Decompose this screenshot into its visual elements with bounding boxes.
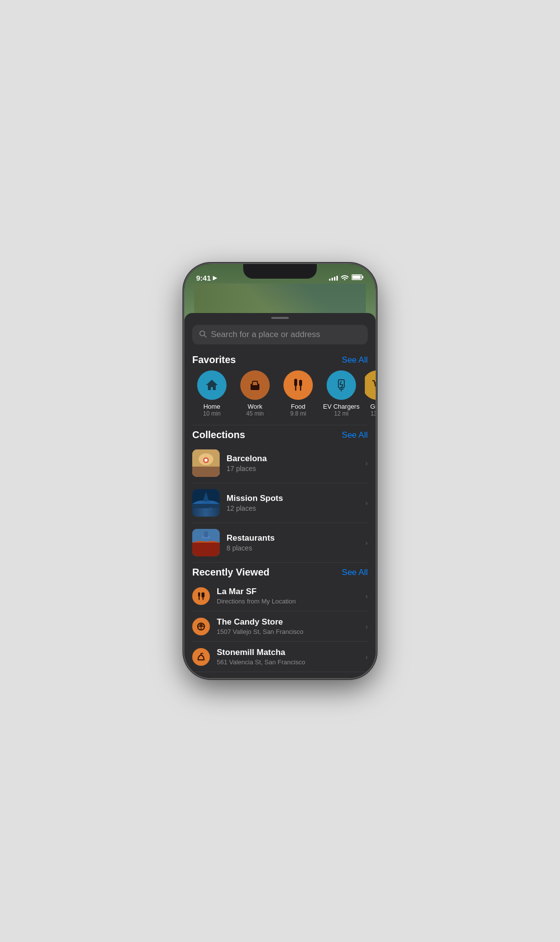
wifi-icon xyxy=(341,274,349,282)
barcelona-chevron-icon: › xyxy=(365,459,368,467)
favorites-see-all[interactable]: See All xyxy=(342,355,368,365)
work-subtitle: 45 min xyxy=(246,410,264,417)
svg-rect-11 xyxy=(338,380,344,388)
recent-candy-store[interactable]: The Candy Store 1507 Vallejo St, San Fra… xyxy=(184,611,376,641)
barcelona-thumbnail xyxy=(192,449,220,477)
collection-mission-spots[interactable]: Mission Spots 12 places › xyxy=(184,483,376,523)
svg-line-4 xyxy=(204,335,206,337)
phone-frame: 9:41 ▶ xyxy=(184,264,376,678)
favorite-home[interactable]: Home 10 min xyxy=(192,370,231,417)
food-subtitle: 9.8 mi xyxy=(290,410,306,417)
status-bar: 9:41 ▶ xyxy=(184,264,376,286)
candy-store-chevron-icon: › xyxy=(365,623,368,630)
ev-subtitle: 12 mi xyxy=(334,410,348,417)
stonemill-icon xyxy=(192,648,210,666)
stonemill-info: Stonemill Matcha 561 Valencia St, San Fr… xyxy=(217,648,358,666)
recently-viewed-header: Recently Viewed See All xyxy=(184,563,376,581)
favorites-list: Home 10 min Work 45 min xyxy=(184,368,376,425)
mission-spots-thumbnail xyxy=(192,489,220,517)
svg-rect-32 xyxy=(204,531,208,537)
search-bar[interactable]: Search for a place or address xyxy=(192,325,368,344)
favorites-title: Favorites xyxy=(192,354,236,366)
barcelona-count: 17 places xyxy=(227,465,358,472)
svg-rect-1 xyxy=(362,276,364,278)
time-display: 9:41 xyxy=(196,274,211,282)
signal-bar-3 xyxy=(334,277,335,281)
svg-rect-27 xyxy=(200,509,203,517)
restaurants-count: 8 places xyxy=(227,544,358,552)
svg-rect-2 xyxy=(353,275,361,279)
signal-bar-4 xyxy=(336,276,338,281)
svg-rect-6 xyxy=(253,384,257,385)
favorite-food[interactable]: Food 9.8 mi xyxy=(279,370,318,417)
signal-bar-1 xyxy=(329,279,331,281)
grocery-subtitle: 13 m xyxy=(371,410,376,417)
battery-icon xyxy=(352,274,364,282)
favorite-ev-chargers[interactable]: EV Chargers 12 mi xyxy=(322,370,361,417)
collections-section-header: Collections See All xyxy=(184,425,376,444)
candy-store-icon xyxy=(192,618,210,635)
status-icons xyxy=(329,274,364,282)
signal-strength-icon xyxy=(329,275,338,281)
collection-restaurants[interactable]: Restaurants 8 places › xyxy=(184,523,376,562)
svg-rect-21 xyxy=(192,467,220,477)
recent-la-mar[interactable]: La Mar SF Directions from My Location › xyxy=(184,581,376,611)
restaurants-chevron-icon: › xyxy=(365,539,368,547)
stonemill-name: Stonemill Matcha xyxy=(217,648,358,657)
la-mar-subtitle: Directions from My Location xyxy=(217,598,358,605)
la-mar-name: La Mar SF xyxy=(217,587,358,597)
restaurants-thumb-image xyxy=(192,529,220,556)
la-mar-chevron-icon: › xyxy=(365,592,368,600)
collections-see-all[interactable]: See All xyxy=(342,430,368,440)
bottom-sheet: Search for a place or address Favorites … xyxy=(184,313,376,678)
recent-cal-academy[interactable]: California Academy of Sciences › xyxy=(184,672,376,678)
svg-point-23 xyxy=(204,459,207,462)
candy-store-info: The Candy Store 1507 Vallejo St, San Fra… xyxy=(217,617,358,635)
barcelona-info: Barcelona 17 places xyxy=(227,454,358,472)
restaurants-name: Restaurants xyxy=(227,533,358,543)
collection-barcelona[interactable]: Barcelona 17 places › xyxy=(184,444,376,483)
grocery-label: Groc xyxy=(370,403,376,410)
candy-store-subtitle: 1507 Vallejo St, San Francisco xyxy=(217,628,358,635)
barcelona-name: Barcelona xyxy=(227,454,358,464)
search-icon xyxy=(199,330,207,340)
stonemill-subtitle: 561 Valencia St, San Francisco xyxy=(217,658,358,666)
food-label: Food xyxy=(291,403,305,410)
mission-spots-info: Mission Spots 12 places xyxy=(227,494,358,512)
svg-point-17 xyxy=(376,388,376,390)
barcelona-thumb-image xyxy=(192,449,220,477)
work-label: Work xyxy=(248,403,262,410)
recent-stonemill[interactable]: Stonemill Matcha 561 Valencia St, San Fr… xyxy=(184,642,376,672)
phone-screen: 9:41 ▶ xyxy=(184,264,376,678)
mission-spots-name: Mission Spots xyxy=(227,494,358,503)
svg-rect-28 xyxy=(209,508,212,517)
svg-rect-38 xyxy=(198,659,204,660)
mission-thumb-image xyxy=(192,489,220,517)
candy-store-name: The Candy Store xyxy=(217,617,358,627)
food-icon-circle xyxy=(283,370,313,400)
mission-spots-count: 12 places xyxy=(227,504,358,512)
favorites-section-header: Favorites See All xyxy=(184,350,376,368)
home-icon-circle xyxy=(197,370,227,400)
recently-viewed-see-all[interactable]: See All xyxy=(342,568,368,577)
svg-rect-30 xyxy=(192,543,220,556)
grocery-icon-circle xyxy=(365,370,376,400)
signal-bar-2 xyxy=(331,278,333,281)
recently-viewed-title: Recently Viewed xyxy=(192,567,269,578)
home-label: Home xyxy=(204,403,221,410)
home-subtitle: 10 min xyxy=(203,410,221,417)
svg-rect-25 xyxy=(192,504,220,517)
favorite-grocery[interactable]: Groc 13 m xyxy=(365,370,376,417)
sheet-handle xyxy=(271,317,289,319)
la-mar-info: La Mar SF Directions from My Location xyxy=(217,587,358,605)
mission-spots-chevron-icon: › xyxy=(365,499,368,507)
work-icon-circle xyxy=(240,370,270,400)
restaurants-info: Restaurants 8 places xyxy=(227,533,358,552)
restaurants-thumbnail xyxy=(192,529,220,556)
ev-icon-circle xyxy=(327,370,356,400)
location-arrow-icon: ▶ xyxy=(213,275,217,281)
stonemill-chevron-icon: › xyxy=(365,653,368,661)
svg-line-12 xyxy=(340,381,341,385)
la-mar-icon xyxy=(192,587,210,605)
favorite-work[interactable]: Work 45 min xyxy=(235,370,275,417)
